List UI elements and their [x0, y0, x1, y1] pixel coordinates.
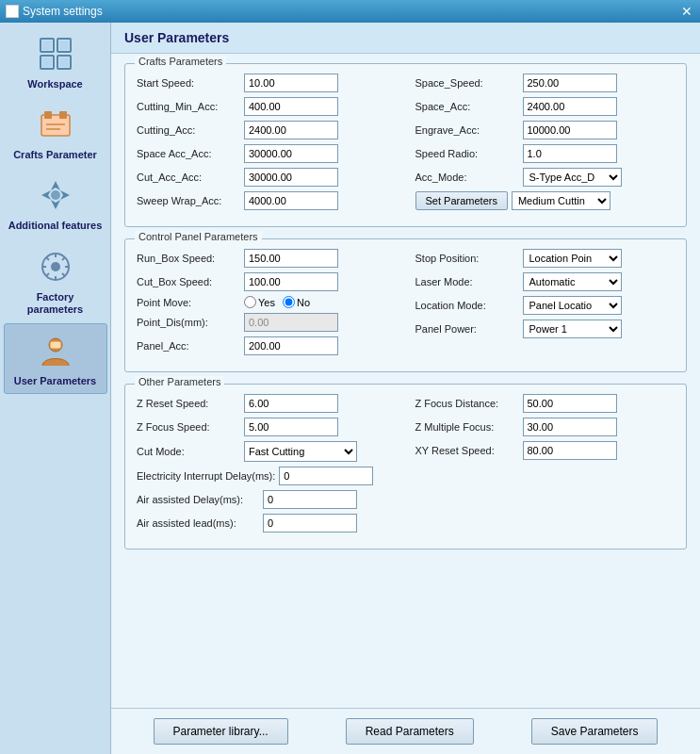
cutting-acc-label: Cutting_Acc: — [137, 124, 240, 136]
workspace-label: Workspace — [27, 78, 83, 90]
point-move-no-label[interactable]: No — [283, 296, 310, 308]
svg-rect-10 — [59, 111, 67, 119]
space-acc-input[interactable] — [523, 97, 617, 116]
panel-acc-label: Panel_Acc: — [137, 340, 240, 352]
xy-reset-speed-input[interactable] — [523, 441, 617, 460]
speed-radio-label: Speed Radio: — [415, 148, 519, 159]
save-parameters-button[interactable]: Save Parameters — [531, 718, 659, 745]
cutting-mode-select[interactable]: Medium Cuttin Fast Cutting Slow Cutting — [512, 191, 610, 210]
z-focus-distance-input[interactable] — [523, 394, 617, 413]
space-speed-input[interactable] — [523, 74, 617, 92]
cut-mode-row: Fast Cutting Normal Cutting Slow Cutting — [244, 441, 357, 462]
cut-mode-select[interactable]: Fast Cutting Normal Cutting Slow Cutting — [244, 441, 357, 462]
stop-position-label: Stop Position: — [415, 253, 519, 264]
crafts-parameters-group: Crafts Parameters Start Speed: Cutting_M… — [124, 63, 687, 227]
sidebar-item-user[interactable]: User Parameters — [4, 323, 107, 394]
location-mode-select[interactable]: Panel Locatio Absolute Relative — [523, 296, 622, 315]
acc-mode-select[interactable]: S-Type Acc_D — [523, 168, 622, 187]
point-move-radio-group: Yes No — [244, 296, 310, 308]
svg-rect-25 — [50, 341, 61, 349]
close-button[interactable]: ✕ — [679, 4, 694, 19]
set-parameters-button[interactable]: Set Parameters — [415, 191, 508, 210]
space-acc-label: Space_Acc: — [415, 101, 519, 112]
acc-mode-label: Acc_Mode: — [415, 172, 519, 183]
panel-power-select[interactable]: Power 1 Power 2 Power 3 — [523, 320, 622, 338]
svg-line-20 — [46, 257, 49, 260]
sidebar-item-workspace[interactable]: Workspace — [4, 27, 107, 96]
sidebar-item-factory[interactable]: Factory parameters — [4, 240, 107, 321]
content-body: Crafts Parameters Start Speed: Cutting_M… — [111, 54, 700, 708]
run-box-speed-input[interactable] — [244, 249, 338, 268]
space-speed-label: Space_Speed: — [415, 77, 519, 89]
panel-power-label: Panel Power: — [415, 323, 519, 335]
svg-line-21 — [62, 273, 65, 276]
content-area: User Parameters Crafts Parameters Start … — [111, 23, 700, 754]
user-label: User Parameters — [14, 375, 96, 387]
other-parameters-group: Other Parameters Z Reset Speed: Z Focus … — [124, 384, 687, 549]
factory-label: Factory parameters — [8, 291, 104, 316]
air-assisted-delay-input[interactable] — [263, 490, 357, 509]
cutting-acc-input[interactable] — [244, 121, 338, 139]
read-parameters-button[interactable]: Read Parameters — [346, 718, 474, 745]
electricity-interrupt-label: Electricity Interrupt Delay(ms): — [137, 470, 275, 482]
cutting-min-acc-input[interactable] — [244, 97, 338, 116]
svg-rect-6 — [42, 57, 52, 67]
crafts-label: Crafts Parameter — [13, 149, 97, 161]
engrave-acc-input[interactable] — [523, 121, 617, 139]
z-focus-speed-input[interactable] — [244, 418, 338, 436]
z-focus-speed-label: Z Focus Speed: — [137, 421, 240, 433]
other-group-title: Other Parameters — [135, 376, 224, 387]
sidebar-item-additional[interactable]: Additional features — [4, 169, 107, 238]
start-speed-input[interactable] — [244, 74, 338, 92]
panel-acc-input[interactable] — [244, 336, 338, 355]
z-reset-speed-input[interactable] — [244, 394, 338, 413]
space-acc-acc-input[interactable] — [244, 144, 338, 163]
svg-point-15 — [51, 262, 60, 271]
point-move-yes-label[interactable]: Yes — [244, 296, 275, 308]
stop-position-select[interactable]: Location Poin Origin Current — [523, 249, 622, 268]
sweep-wrap-acc-label: Sweep Wrap_Acc: — [137, 195, 240, 206]
run-box-speed-label: Run_Box Speed: — [137, 253, 240, 264]
point-move-no-radio[interactable] — [283, 296, 295, 308]
space-acc-acc-label: Space Acc_Acc: — [137, 148, 240, 159]
window-title: System settings — [23, 5, 103, 18]
start-speed-label: Start Speed: — [137, 77, 240, 89]
laser-mode-select[interactable]: Automatic Manual — [523, 272, 622, 291]
footer-buttons: Parameter library... Read Parameters Sav… — [111, 708, 700, 754]
crafts-icon — [35, 104, 76, 145]
sidebar: Workspace Crafts Parameter — [0, 23, 111, 754]
svg-rect-4 — [42, 41, 52, 50]
z-reset-speed-label: Z Reset Speed: — [137, 398, 240, 409]
svg-rect-9 — [44, 111, 52, 119]
cut-acc-acc-label: Cut_Acc_Acc: — [137, 172, 240, 183]
engrave-acc-label: Engrave_Acc: — [415, 124, 519, 136]
air-assisted-delay-label: Air assisted Delay(ms): — [137, 494, 259, 505]
air-assisted-lead-input[interactable] — [263, 514, 357, 533]
sidebar-item-crafts[interactable]: Crafts Parameter — [4, 98, 107, 167]
point-dis-label: Point_Dis(mm): — [137, 317, 240, 328]
electricity-interrupt-input[interactable] — [279, 467, 373, 485]
svg-point-13 — [51, 190, 60, 200]
cut-box-speed-input[interactable] — [244, 272, 338, 291]
additional-icon — [35, 174, 76, 216]
cut-mode-label: Cut Mode: — [137, 446, 240, 457]
crafts-group-title: Crafts Parameters — [135, 56, 226, 67]
control-panel-group-title: Control Panel Parameters — [135, 231, 262, 242]
speed-radio-input[interactable] — [523, 144, 617, 163]
z-focus-distance-label: Z Focus Distance: — [415, 398, 519, 409]
additional-label: Additional features — [8, 220, 103, 232]
svg-line-22 — [62, 257, 65, 260]
point-dis-input[interactable] — [244, 313, 338, 332]
point-move-label: Point Move: — [137, 297, 240, 308]
z-multiple-focus-label: Z Multiple Focus: — [415, 421, 519, 433]
point-move-yes-radio[interactable] — [244, 296, 256, 308]
window-icon — [6, 5, 19, 18]
z-multiple-focus-input[interactable] — [523, 418, 617, 436]
cut-acc-acc-input[interactable] — [244, 168, 338, 187]
workspace-icon — [35, 33, 76, 74]
parameter-library-button[interactable]: Parameter library... — [154, 718, 288, 745]
content-header: User Parameters — [111, 23, 700, 54]
cutting-min-acc-label: Cutting_Min_Acc: — [137, 101, 240, 112]
user-icon — [35, 330, 76, 371]
sweep-wrap-acc-input[interactable] — [244, 191, 338, 210]
